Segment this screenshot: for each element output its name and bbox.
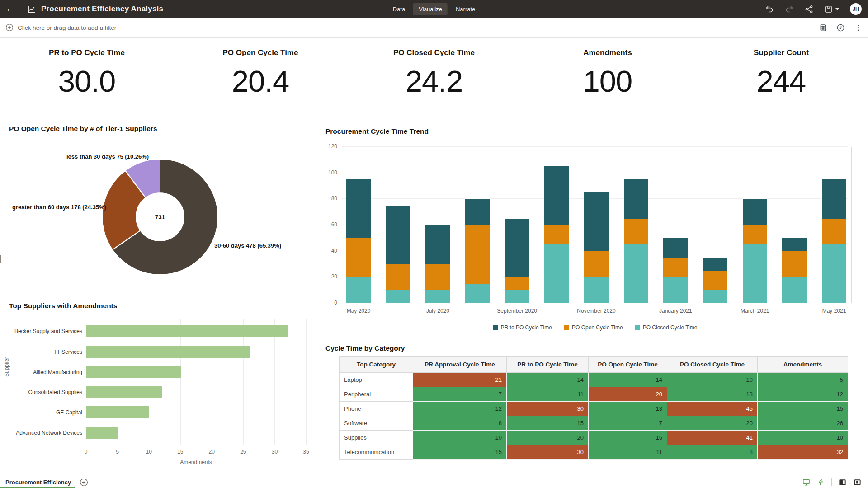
table-value-cell[interactable]: 12 [413, 402, 507, 416]
supplier-bar[interactable] [86, 386, 162, 398]
layout-panel-center-icon[interactable] [853, 478, 862, 487]
stacked-bar-segment[interactable] [703, 290, 727, 303]
kebab-menu-icon[interactable] [854, 23, 863, 32]
legend-item[interactable]: PO Open Cycle Time [564, 324, 623, 331]
supplier-bar[interactable] [86, 346, 250, 358]
canvas-tab[interactable]: Procurement Efficiency [5, 479, 71, 486]
table-value-cell[interactable]: 15 [758, 402, 848, 416]
stacked-bar-segment[interactable] [743, 244, 767, 303]
table-value-cell[interactable]: 30 [507, 402, 589, 416]
table-value-cell[interactable]: 5 [758, 373, 848, 387]
table-value-cell[interactable]: 20 [589, 387, 667, 402]
stacked-bar-segment[interactable] [822, 218, 846, 245]
legend-item[interactable]: PO Closed Cycle Time [635, 324, 698, 331]
stacked-bar-segment[interactable] [544, 166, 569, 225]
notes-icon[interactable] [836, 23, 845, 32]
add-canvas-button[interactable] [80, 478, 88, 487]
stacked-bar-segment[interactable] [584, 251, 609, 277]
stacked-bar-segment[interactable] [346, 179, 371, 238]
table-value-cell[interactable]: 20 [667, 416, 758, 431]
table-value-cell[interactable]: 11 [507, 387, 589, 402]
layout-panel-right-icon[interactable] [838, 478, 847, 487]
stacked-bar-segment[interactable] [782, 277, 807, 303]
tab-visualize[interactable]: Visualize [413, 3, 448, 15]
supplier-bar[interactable] [86, 366, 181, 378]
table-value-cell[interactable]: 11 [589, 445, 667, 460]
stacked-bar-segment[interactable] [425, 290, 450, 303]
table-category-cell[interactable]: Laptop [340, 373, 413, 387]
stacked-bar-segment[interactable] [465, 225, 490, 284]
stacked-bar-segment[interactable] [624, 244, 648, 303]
table-value-cell[interactable]: 26 [758, 416, 848, 431]
save-button[interactable] [824, 5, 839, 14]
kpi-tile[interactable]: Amendments100 [521, 43, 694, 111]
supplier-bar[interactable] [86, 406, 149, 418]
stacked-bar-segment[interactable] [505, 277, 529, 290]
tab-data[interactable]: Data [387, 3, 410, 15]
stacked-bar-segment[interactable] [703, 270, 727, 290]
table-category-cell[interactable]: Telecommunication [340, 445, 413, 460]
stacked-bar-segment[interactable] [544, 244, 569, 303]
stacked-bar-segment[interactable] [663, 257, 688, 277]
stacked-bar-segment[interactable] [822, 179, 846, 219]
stacked-bar-segment[interactable] [743, 198, 767, 225]
table-column-header[interactable]: PR to PO Cycle Time [507, 357, 589, 373]
stacked-bar-segment[interactable] [584, 192, 609, 251]
table-value-cell[interactable]: 14 [507, 373, 589, 387]
stacked-bar-segment[interactable] [663, 238, 688, 258]
stacked-bar-segment[interactable] [544, 225, 569, 244]
redo-icon[interactable] [785, 5, 794, 14]
present-mode-icon[interactable] [802, 478, 811, 487]
stacked-bar-segment[interactable] [703, 257, 727, 271]
stacked-bar-segment[interactable] [782, 251, 807, 277]
stacked-bar-segment[interactable] [386, 205, 410, 264]
table-value-cell[interactable]: 13 [589, 402, 667, 416]
table-column-header[interactable]: PO Open Cycle Time [589, 357, 667, 373]
kpi-tile[interactable]: PO Open Cycle Time20.4 [174, 43, 347, 111]
table-category-cell[interactable]: Peripheral [340, 387, 413, 402]
table-value-cell[interactable]: 10 [667, 373, 758, 387]
table-value-cell[interactable]: 7 [589, 416, 667, 431]
supplier-bar[interactable] [86, 427, 118, 439]
add-filter-area[interactable]: Click here or drag data to add a filter [5, 23, 116, 32]
table-category-cell[interactable]: Software [340, 416, 413, 431]
table-category-cell[interactable]: Phone [340, 402, 413, 416]
tab-narrate[interactable]: Narrate [450, 3, 481, 15]
table-value-cell[interactable]: 14 [589, 373, 667, 387]
stacked-bar-segment[interactable] [505, 218, 529, 277]
stacked-bar-segment[interactable] [743, 225, 767, 244]
table-column-header[interactable]: Amendments [758, 357, 848, 373]
table-value-cell[interactable]: 10 [413, 431, 507, 445]
panel-resize-handle[interactable] [0, 255, 1, 263]
auto-refresh-icon[interactable] [817, 478, 825, 486]
stacked-bar-segment[interactable] [386, 264, 410, 291]
table-value-cell[interactable]: 13 [667, 387, 758, 402]
stacked-bar-segment[interactable] [624, 218, 648, 245]
table-value-cell[interactable]: 15 [589, 431, 667, 445]
undo-icon[interactable] [765, 5, 774, 14]
stacked-bar-segment[interactable] [782, 238, 807, 251]
share-icon[interactable] [805, 5, 813, 14]
table-value-cell[interactable]: 30 [507, 445, 589, 460]
avatar[interactable]: JH [850, 3, 862, 15]
stacked-bar-segment[interactable] [346, 277, 371, 303]
stacked-bar-segment[interactable] [465, 198, 490, 225]
table-value-cell[interactable]: 8 [667, 445, 758, 460]
table-value-cell[interactable]: 15 [413, 445, 507, 460]
kpi-tile[interactable]: PR to PO Cycle Time30.0 [0, 43, 174, 111]
table-value-cell[interactable]: 8 [413, 416, 507, 431]
table-value-cell[interactable]: 20 [507, 431, 589, 445]
stacked-bar-segment[interactable] [425, 264, 450, 291]
stacked-bar-segment[interactable] [663, 277, 688, 303]
table-value-cell[interactable]: 32 [758, 445, 848, 460]
stacked-bar-segment[interactable] [624, 179, 648, 219]
table-value-cell[interactable]: 41 [667, 431, 758, 445]
chart-scrollbar[interactable] [851, 147, 852, 303]
table-value-cell[interactable]: 12 [758, 387, 848, 402]
table-value-cell[interactable]: 45 [667, 402, 758, 416]
stacked-bar-segment[interactable] [346, 238, 371, 277]
stacked-bar-segment[interactable] [822, 244, 846, 303]
stacked-bar-segment[interactable] [505, 290, 529, 303]
supplier-bar[interactable] [86, 325, 288, 337]
table-column-header[interactable]: PR Approval Cycle Time [413, 357, 507, 373]
